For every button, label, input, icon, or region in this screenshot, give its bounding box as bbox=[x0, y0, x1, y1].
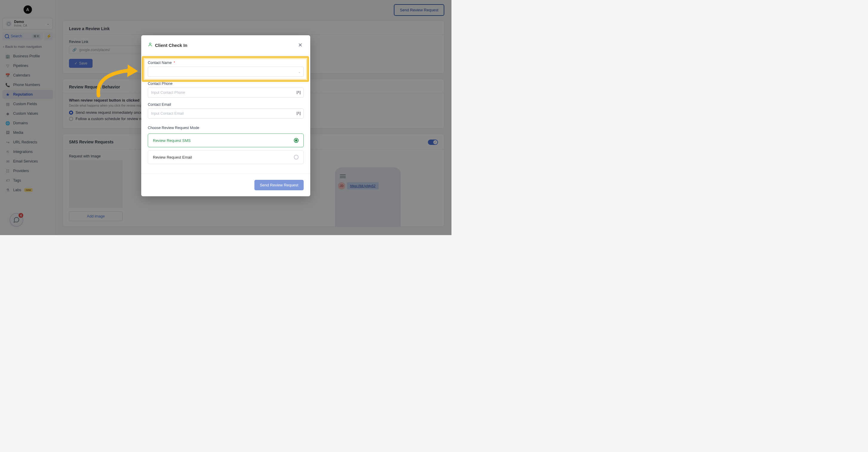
modal-body: Contact Name * ⌄ Contact Phone Contact E… bbox=[141, 55, 310, 168]
contact-name-field: Contact Name * ⌄ bbox=[148, 61, 304, 77]
mode-option-label: Review Request SMS bbox=[153, 138, 190, 143]
close-icon: ✕ bbox=[298, 42, 303, 48]
mode-option-email[interactable]: Review Request Email bbox=[148, 150, 304, 164]
svg-point-0 bbox=[149, 43, 151, 44]
contact-name-input[interactable] bbox=[148, 67, 304, 77]
client-checkin-modal: Client Check In ✕ Contact Name * ⌄ Conta… bbox=[141, 35, 310, 196]
modal-send-button[interactable]: Send Review Request bbox=[254, 180, 304, 190]
contact-email-input[interactable] bbox=[148, 109, 304, 119]
modal-overlay: Client Check In ✕ Contact Name * ⌄ Conta… bbox=[0, 0, 452, 235]
person-icon bbox=[148, 42, 153, 48]
contact-phone-field: Contact Phone bbox=[148, 82, 304, 98]
radio-on-icon bbox=[294, 138, 299, 143]
mode-option-sms[interactable]: Review Request SMS bbox=[148, 133, 304, 147]
mode-group: Choose Review Request Mode Review Reques… bbox=[148, 123, 304, 164]
close-button[interactable]: ✕ bbox=[297, 41, 304, 50]
mode-label: Choose Review Request Mode bbox=[148, 126, 304, 130]
modal-header: Client Check In ✕ bbox=[141, 35, 310, 55]
radio-off-icon bbox=[294, 155, 299, 159]
required-star: * bbox=[174, 61, 175, 65]
contact-name-label-text: Contact Name bbox=[148, 61, 172, 65]
contact-email-field: Contact Email bbox=[148, 102, 304, 119]
contact-phone-label: Contact Phone bbox=[148, 82, 304, 86]
modal-title: Client Check In bbox=[155, 43, 187, 48]
modal-footer: Send Review Request bbox=[141, 174, 310, 196]
contact-phone-input[interactable] bbox=[148, 88, 304, 98]
mode-option-label: Review Request Email bbox=[153, 155, 192, 159]
contact-name-label: Contact Name * bbox=[148, 61, 304, 65]
contact-email-label: Contact Email bbox=[148, 102, 304, 107]
